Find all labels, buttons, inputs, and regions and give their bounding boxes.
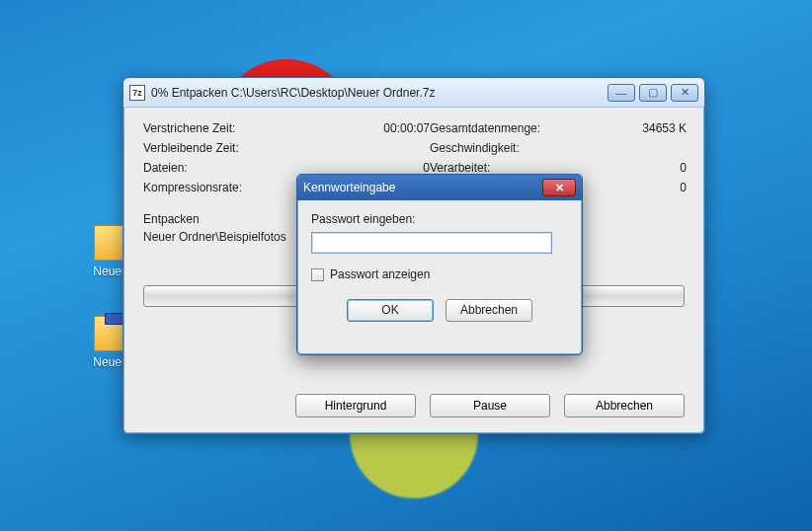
dialog-cancel-button[interactable]: Abbrechen xyxy=(446,299,532,322)
window-title: 0% Entpacken C:\Users\RC\Desktop\Neuer O… xyxy=(151,86,608,100)
password-input[interactable] xyxy=(311,232,552,254)
background-button[interactable]: Hintergrund xyxy=(295,394,416,417)
files-value: 0 xyxy=(291,161,430,175)
processed2-value: 0 xyxy=(588,181,687,194)
remaining-label: Verbleibende Zeit: xyxy=(143,141,291,155)
elapsed-label: Verstrichene Zeit: xyxy=(143,121,291,135)
compression-label: Kompressionsrate: xyxy=(143,181,291,194)
desktop-decoration xyxy=(285,434,542,523)
app-icon: 7z xyxy=(129,85,145,101)
show-password-label: Passwort anzeigen xyxy=(330,267,430,281)
dialog-close-button[interactable]: ✕ xyxy=(542,179,576,196)
close-button[interactable]: ✕ xyxy=(671,84,698,102)
total-value: 34653 K xyxy=(588,121,687,135)
dialog-titlebar[interactable]: Kennworteingabe ✕ xyxy=(297,175,582,200)
processed-value: 0 xyxy=(588,161,687,175)
dialog-title: Kennworteingabe xyxy=(303,181,542,194)
files-label: Dateien: xyxy=(143,161,291,175)
password-prompt: Passwort eingeben: xyxy=(311,212,568,226)
remaining-value xyxy=(291,141,430,155)
titlebar[interactable]: 7z 0% Entpacken C:\Users\RC\Desktop\Neue… xyxy=(123,78,704,108)
processed-label: Verarbeitet: xyxy=(430,161,588,175)
cancel-button[interactable]: Abbrechen xyxy=(564,394,685,417)
ok-button[interactable]: OK xyxy=(347,299,434,322)
speed-label: Geschwindigkeit: xyxy=(430,141,588,155)
elapsed-value: 00:00:07 xyxy=(291,121,430,135)
speed-value xyxy=(588,141,687,155)
password-dialog: Kennworteingabe ✕ Passwort eingeben: Pas… xyxy=(296,174,583,355)
pause-button[interactable]: Pause xyxy=(430,394,550,417)
show-password-checkbox[interactable] xyxy=(311,268,324,281)
minimize-button[interactable]: — xyxy=(608,84,635,102)
maximize-button[interactable]: ▢ xyxy=(639,84,667,102)
total-label: Gesamtdatenmenge: xyxy=(430,121,588,135)
